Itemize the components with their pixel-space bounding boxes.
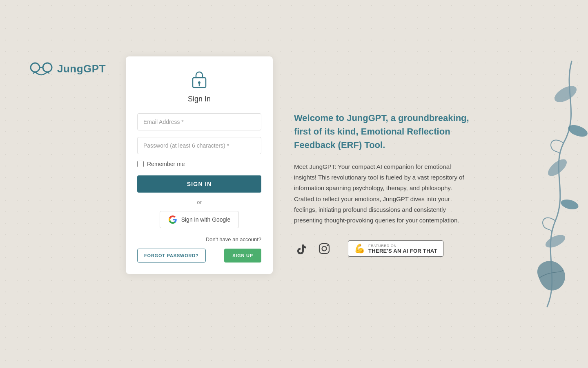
- svg-point-8: [327, 245, 328, 246]
- welcome-heading: Welcome to JungGPT, a groundbreaking, fi…: [294, 111, 470, 152]
- google-signin-button[interactable]: Sign in with Google: [160, 211, 239, 228]
- page-wrapper: JungGPT Sign In: [0, 0, 588, 368]
- vine-decoration: [498, 41, 588, 327]
- svg-point-10: [566, 123, 588, 139]
- bottom-buttons: FORGOT PASSWORD? SIGN UP: [137, 249, 261, 263]
- card-header: Sign In: [137, 70, 261, 103]
- password-group: [137, 137, 261, 154]
- instagram-icon[interactable]: [317, 241, 332, 256]
- remember-checkbox[interactable]: [137, 161, 144, 167]
- svg-point-9: [552, 83, 579, 105]
- lock-icon: [191, 70, 208, 92]
- svg-point-0: [31, 63, 40, 72]
- social-row: 💪 FEATURED ON THERE'S AN AI FOR THAT: [294, 240, 555, 257]
- muscle-icon: 💪: [354, 243, 365, 254]
- welcome-body: Meet JungGPT: Your compact AI companion …: [294, 162, 470, 226]
- password-input[interactable]: [137, 137, 261, 154]
- svg-point-7: [322, 247, 327, 251]
- signin-title: Sign In: [188, 95, 211, 103]
- no-account-row: Don't have an account?: [137, 236, 261, 243]
- email-group: [137, 113, 261, 130]
- signup-button[interactable]: SIGN UP: [224, 249, 261, 263]
- tiktok-icon[interactable]: [294, 241, 309, 256]
- right-panel: Welcome to JungGPT, a groundbreaking, fi…: [278, 0, 588, 368]
- svg-point-11: [545, 156, 570, 179]
- google-logo-icon: [168, 215, 177, 224]
- svg-point-12: [560, 198, 579, 211]
- logo-area: JungGPT: [29, 61, 106, 77]
- no-account-text: Don't have an account?: [206, 236, 261, 242]
- remember-label[interactable]: Remember me: [147, 161, 185, 167]
- google-btn-label: Sign in with Google: [181, 216, 231, 223]
- featured-badge: 💪 FEATURED ON THERE'S AN AI FOR THAT: [348, 240, 443, 257]
- email-input[interactable]: [137, 113, 261, 130]
- signin-button[interactable]: SIGN IN: [137, 175, 261, 193]
- signin-card: Sign In Remember me SIGN IN or: [126, 56, 273, 274]
- or-divider: or: [137, 199, 261, 205]
- remember-row: Remember me: [137, 161, 261, 167]
- svg-point-1: [43, 63, 52, 72]
- featured-label: FEATURED ON: [368, 244, 437, 248]
- left-panel: JungGPT Sign In: [0, 0, 278, 368]
- glasses-icon: [29, 61, 53, 77]
- logo-text: JungGPT: [57, 63, 106, 75]
- forgot-password-button[interactable]: FORGOT PASSWORD?: [137, 249, 206, 263]
- featured-name: THERE'S AN AI FOR THAT: [368, 248, 437, 254]
